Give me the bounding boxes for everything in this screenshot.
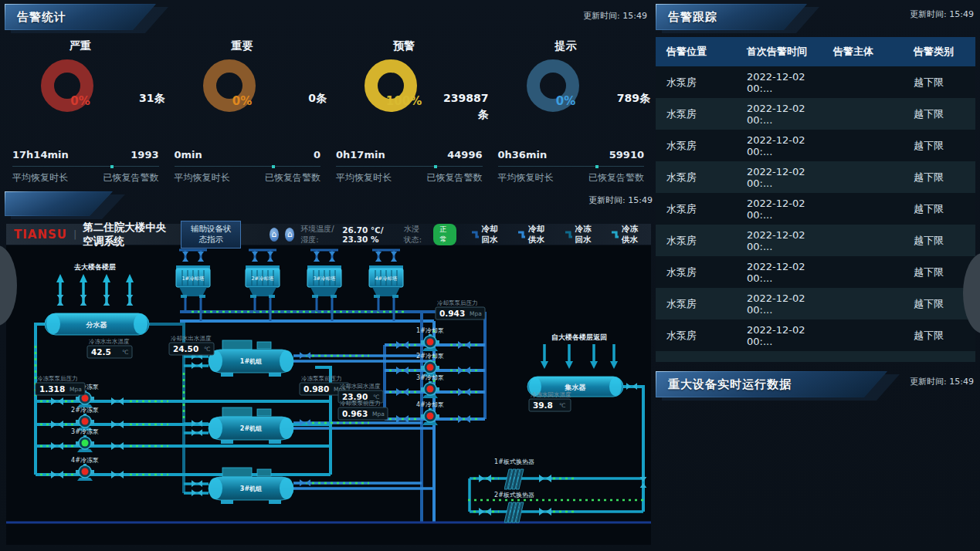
cell-first-time: 2022-12-02 00:...: [747, 103, 833, 126]
scada-panel: TIANSU | 第二住院大楼中央空调系统 辅助设备状态指示 ⌂ ⌂ 环境温度/…: [6, 224, 651, 545]
col-location: 告警位置: [666, 45, 747, 59]
pipe-elbow-icon: [517, 230, 525, 239]
pump-status-light: [82, 418, 89, 425]
home-icon[interactable]: ⌂: [285, 228, 294, 242]
recovered-count-label: 已恢复告警数: [427, 171, 483, 184]
pump-status-light: [82, 468, 89, 475]
svg-text:1.318: 1.318: [39, 384, 65, 394]
table-row[interactable]: 水泵房 2022-12-02 00:... 越下限: [656, 130, 975, 161]
dashboard-root: 告警统计 更新时间: 15:49 严重 0% 31条 17h14min 1993…: [0, 0, 980, 551]
cell-location: 水泵房: [666, 297, 747, 311]
reading-chwp-after: 冷冻泵泵后压力 1.318 Mpa: [36, 375, 85, 395]
col-subject: 告警主体: [833, 45, 914, 59]
tower-label: 3#冷却塔: [313, 276, 336, 282]
col-category: 告警类别: [914, 45, 980, 59]
legend-cooling-supply: 冷却供水: [517, 224, 550, 245]
recovered-count-label: 已恢复告警数: [103, 171, 159, 184]
pump-label: 2#冷冻泵: [71, 407, 99, 414]
cell-location: 水泵房: [666, 171, 747, 184]
to-floors-arrows: 去大楼各楼层: [56, 263, 134, 306]
legend-chilled-return: 冷冻回水: [564, 224, 597, 245]
pump-status-light: [427, 339, 434, 346]
cell-first-time: 2022-12-02 00:...: [747, 71, 833, 94]
avg-recovery-value: 17h14min: [12, 149, 69, 161]
avg-recovery-label: 平均恢复时长: [12, 171, 68, 184]
pump-status-light: [427, 386, 434, 393]
home-icon[interactable]: ⌂: [270, 228, 279, 242]
svg-text:39.8: 39.8: [533, 401, 553, 410]
donut-percent: 0%: [556, 94, 575, 108]
scada-diagram: 去大楼各楼层 分水器: [6, 245, 651, 545]
alarm-stats-tab: 告警统计: [5, 4, 156, 30]
separator: |: [73, 228, 76, 240]
gauge-divider: [498, 166, 645, 167]
col-first-time: 首次告警时间: [747, 45, 833, 59]
env-temp-humidity-value: 26.70 ℃/ 23.30 %: [342, 225, 398, 244]
table-row[interactable]: 水泵房 2022-12-02 00:... 越下限: [656, 256, 975, 288]
cell-category: 越下限: [914, 76, 980, 90]
table-row[interactable]: 水泵房 2022-12-02 00:... 越下限: [656, 66, 975, 98]
aux-equipment-status-button[interactable]: 辅助设备状态指示: [181, 221, 241, 248]
gauge-count: 31条: [117, 90, 165, 106]
from-floors-label: 自大楼各楼层返回: [551, 333, 607, 341]
alarm-table-header: 告警位置 首次告警时间 告警主体 告警类别: [656, 37, 975, 66]
tower-label: 1#冷却塔: [181, 276, 205, 282]
alarm-table-body: 水泵房 2022-12-02 00:... 越下限 水泵房 2022-12-02…: [656, 66, 975, 351]
chiller-label: 1#机组: [240, 358, 262, 365]
env-temp-humidity-label: 环境温度/湿度:: [300, 224, 336, 245]
table-row[interactable]: 水泵房 2022-12-02 00:... 越下限: [656, 193, 975, 225]
pipe-elbow-icon: [564, 230, 572, 239]
cell-first-time: 2022-12-02 00:...: [747, 134, 833, 157]
table-row[interactable]: 水泵房 2022-12-02 00:... 越下限: [656, 288, 975, 319]
cell-category: 越下限: [914, 329, 980, 343]
svg-text:Mpa: Mpa: [470, 310, 482, 317]
gauge-title: 预警: [393, 39, 415, 53]
pump-label: 3#冷却泵: [416, 374, 444, 381]
equipment-update-time: 更新时间: 15:49: [910, 376, 974, 387]
table-row[interactable]: 水泵房 2022-12-02 00:... 越下限: [656, 319, 975, 351]
alarm-stats-panel: 告警统计 更新时间: 15:49 严重 0% 31条 17h14min 1993…: [5, 4, 652, 188]
scada-title: 第二住院大楼中央空调系统: [83, 221, 168, 248]
recovered-count-value: 59910: [609, 149, 644, 161]
cell-first-time: 2022-12-02 00:...: [747, 324, 833, 347]
water-leak-label: 水浸状态:: [404, 224, 427, 245]
avg-recovery-value: 0h36min: [498, 149, 548, 161]
cell-location: 水泵房: [666, 139, 747, 153]
reading-chw-return: 冷冻水回水温度 39.8 ℃: [529, 391, 571, 411]
gauge-major: 重要 0% 0条 0min 0 平均恢复时长 已恢复告警数: [167, 33, 329, 184]
equipment-panel-title: 重大设备实时运行数据: [668, 377, 792, 392]
cell-category: 越下限: [914, 139, 980, 153]
table-row[interactable]: 水泵房 2022-12-02 00:... 越下限: [656, 225, 975, 256]
cell-location: 水泵房: [666, 76, 747, 90]
cell-category: 越下限: [914, 202, 980, 216]
table-footer-strip: [656, 351, 975, 362]
pump-label: 4#冷却泵: [416, 401, 444, 408]
cell-first-time: 2022-12-02 00:...: [747, 198, 833, 221]
recovered-count-value: 1993: [131, 149, 158, 161]
svg-text:24.50: 24.50: [173, 344, 198, 353]
chilled-pumps: 1#冷冻泵 2#冷冻泵 3#冷冻泵 4#冷冻泵: [51, 384, 124, 481]
exchanger-label: 1#板式换热器: [494, 458, 534, 465]
recovered-count-label: 已恢复告警数: [265, 171, 320, 184]
exchanger-label: 2#板式换热器: [494, 492, 534, 499]
donut-percent: 100%: [386, 94, 422, 108]
svg-text:0.980: 0.980: [303, 384, 329, 394]
chiller-2: 2#机组: [192, 407, 310, 444]
avg-recovery-label: 平均恢复时长: [336, 171, 392, 184]
table-row[interactable]: 水泵房 2022-12-02 00:... 越下限: [656, 98, 975, 130]
tower-label: 4#冷却塔: [375, 276, 398, 282]
table-row[interactable]: 水泵房 2022-12-02 00:... 越下限: [656, 161, 975, 193]
svg-text:冷却泵泵后压力: 冷却泵泵后压力: [437, 299, 478, 306]
avg-recovery-label: 平均恢复时长: [175, 171, 230, 184]
svg-text:冷冻水回水温度: 冷冻水回水温度: [531, 391, 571, 398]
svg-text:Mpa: Mpa: [70, 386, 82, 393]
svg-text:℃: ℃: [122, 349, 128, 356]
cell-location: 水泵房: [666, 265, 747, 279]
cell-first-time: 2022-12-02 00:...: [747, 261, 833, 284]
alarm-table: 告警位置 首次告警时间 告警主体 告警类别 水泵房 2022-12-02 00:…: [656, 37, 975, 362]
svg-text:冷却水出水温度: 冷却水出水温度: [171, 335, 212, 342]
pump-status-light: [82, 395, 89, 402]
pump-status-light: [427, 413, 434, 420]
heat-exchangers: 1#板式换热器 2#板式换热器: [479, 458, 551, 522]
distributor-label: 分水器: [86, 321, 108, 329]
